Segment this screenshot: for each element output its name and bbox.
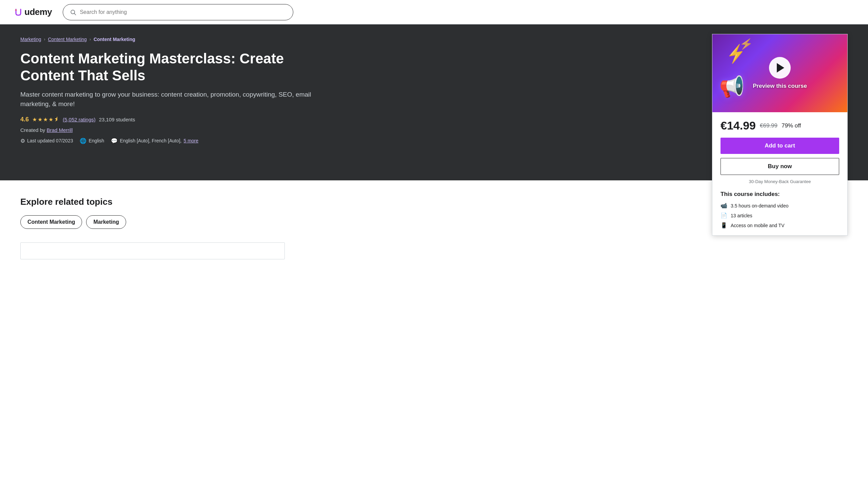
breadcrumb-current: Content Marketing (94, 36, 135, 42)
svg-line-2 (74, 13, 76, 15)
star-4: ★ (48, 116, 53, 123)
captions-text: English [Auto], French [Auto], (120, 138, 181, 143)
buy-now-button[interactable]: Buy now (720, 158, 839, 175)
guarantee-text: 30-Day Money-Back Guarantee (720, 179, 839, 184)
instructor-prefix: Created by (20, 127, 45, 133)
instructor-row: Created by Brad Merrill (20, 127, 312, 133)
lower-section: Explore related topics Content Marketing… (0, 180, 305, 276)
instructor-link[interactable]: Brad Merrill (47, 127, 73, 133)
play-button[interactable] (769, 57, 791, 79)
preview-overlay: Preview this course (712, 34, 847, 112)
includes-item-articles: 📄 13 articles (720, 212, 839, 219)
discount-badge: 79% off (781, 122, 801, 129)
breadcrumb-sep-1: › (44, 37, 45, 42)
rating-score: 4.6 (20, 116, 29, 123)
add-to-cart-button[interactable]: Add to cart (720, 138, 839, 154)
rating-row: 4.6 ★ ★ ★ ★ ⯨ (5,052 ratings) 23,109 stu… (20, 116, 312, 123)
play-triangle (777, 63, 784, 73)
related-topics-title: Explore related topics (20, 197, 285, 207)
site-header: udemy (0, 0, 868, 25)
captions-more-link[interactable]: 5 more (184, 138, 199, 143)
mobile-icon: 📱 (720, 222, 727, 229)
last-updated: ⚙ Last updated 07/2023 (20, 138, 73, 144)
logo[interactable]: udemy (14, 7, 52, 17)
last-updated-text: Last updated 07/2023 (27, 138, 73, 143)
star-half: ⯨ (54, 116, 59, 123)
course-sidebar-card: ⚡ ⚡ 📢 Preview this course €14.99 €69.99 … (712, 34, 848, 236)
search-input[interactable] (80, 9, 286, 15)
topic-pill-content-marketing[interactable]: Content Marketing (20, 215, 82, 229)
includes-item-video: 📹 3.5 hours on-demand video (720, 202, 839, 209)
breadcrumb-marketing[interactable]: Marketing (20, 36, 41, 42)
video-icon: 📹 (720, 202, 727, 209)
star-3: ★ (43, 116, 48, 123)
search-icon (70, 9, 76, 16)
topic-pills: Content Marketing Marketing (20, 215, 285, 229)
search-bar (63, 4, 293, 20)
current-price: €14.99 (720, 119, 756, 132)
includes-mobile-text: Access on mobile and TV (731, 223, 785, 228)
article-icon: 📄 (720, 212, 727, 219)
includes-list: 📹 3.5 hours on-demand video 📄 13 article… (720, 202, 839, 229)
logo-wordmark: udemy (25, 7, 52, 17)
breadcrumb-content-marketing[interactable]: Content Marketing (48, 36, 87, 42)
bottom-card (20, 243, 285, 259)
star-1: ★ (32, 116, 37, 123)
update-icon: ⚙ (20, 138, 25, 144)
includes-item-mobile: 📱 Access on mobile and TV (720, 222, 839, 229)
captions-icon: 💬 (111, 138, 118, 144)
preview-text: Preview this course (753, 83, 807, 90)
star-rating: ★ ★ ★ ★ ⯨ (32, 116, 59, 123)
topic-pill-marketing[interactable]: Marketing (86, 215, 126, 229)
includes-video-text: 3.5 hours on-demand video (731, 203, 788, 208)
language-text: English (89, 138, 104, 143)
breadcrumb-sep-2: › (90, 37, 91, 42)
star-2: ★ (37, 116, 42, 123)
course-preview[interactable]: ⚡ ⚡ 📢 Preview this course (712, 34, 847, 112)
course-title: Content Marketing Masterclass: Create Co… (20, 50, 312, 84)
ratings-link[interactable]: (5,052 ratings) (63, 117, 96, 122)
original-price: €69.99 (760, 122, 777, 129)
includes-articles-text: 13 articles (731, 213, 753, 218)
udemy-logo-icon (14, 7, 23, 17)
card-body: €14.99 €69.99 79% off Add to cart Buy no… (712, 112, 847, 235)
includes-title: This course includes: (720, 191, 839, 198)
meta-row: ⚙ Last updated 07/2023 🌐 English 💬 Engli… (20, 138, 312, 144)
language-item: 🌐 English (80, 138, 104, 144)
globe-icon: 🌐 (80, 138, 87, 144)
price-row: €14.99 €69.99 79% off (720, 119, 839, 132)
course-subtitle: Master content marketing to grow your bu… (20, 90, 312, 109)
hero-section: Marketing › Content Marketing › Content … (0, 25, 868, 180)
captions-item: 💬 English [Auto], French [Auto], 5 more (111, 138, 198, 144)
students-count: 23,109 students (99, 117, 135, 122)
hero-content: Content Marketing Masterclass: Create Co… (20, 50, 312, 144)
